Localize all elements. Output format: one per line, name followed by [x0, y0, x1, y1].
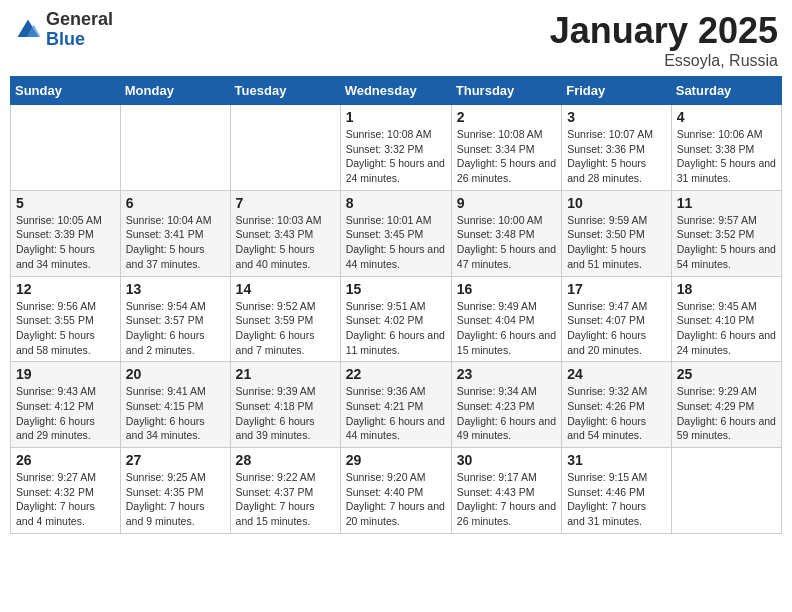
day-info: Sunrise: 9:15 AMSunset: 4:46 PMDaylight:…: [567, 470, 666, 529]
day-number: 2: [457, 109, 556, 125]
calendar-cell: 9Sunrise: 10:00 AMSunset: 3:48 PMDayligh…: [451, 190, 561, 276]
day-info: Sunrise: 10:01 AMSunset: 3:45 PMDaylight…: [346, 213, 446, 272]
day-number: 30: [457, 452, 556, 468]
calendar-cell: 23Sunrise: 9:34 AMSunset: 4:23 PMDayligh…: [451, 362, 561, 448]
calendar-cell: 22Sunrise: 9:36 AMSunset: 4:21 PMDayligh…: [340, 362, 451, 448]
day-info: Sunrise: 9:17 AMSunset: 4:43 PMDaylight:…: [457, 470, 556, 529]
calendar-week-1: 1Sunrise: 10:08 AMSunset: 3:32 PMDayligh…: [11, 105, 782, 191]
calendar-cell: [230, 105, 340, 191]
day-info: Sunrise: 9:22 AMSunset: 4:37 PMDaylight:…: [236, 470, 335, 529]
day-number: 4: [677, 109, 776, 125]
day-number: 19: [16, 366, 115, 382]
day-info: Sunrise: 10:07 AMSunset: 3:36 PMDaylight…: [567, 127, 666, 186]
calendar-table: SundayMondayTuesdayWednesdayThursdayFrid…: [10, 76, 782, 534]
day-number: 13: [126, 281, 225, 297]
title-block: January 2025 Essoyla, Russia: [550, 10, 778, 70]
day-info: Sunrise: 9:49 AMSunset: 4:04 PMDaylight:…: [457, 299, 556, 358]
day-info: Sunrise: 10:00 AMSunset: 3:48 PMDaylight…: [457, 213, 556, 272]
day-number: 29: [346, 452, 446, 468]
day-info: Sunrise: 9:34 AMSunset: 4:23 PMDaylight:…: [457, 384, 556, 443]
calendar-cell: 29Sunrise: 9:20 AMSunset: 4:40 PMDayligh…: [340, 448, 451, 534]
day-info: Sunrise: 9:32 AMSunset: 4:26 PMDaylight:…: [567, 384, 666, 443]
day-info: Sunrise: 9:51 AMSunset: 4:02 PMDaylight:…: [346, 299, 446, 358]
calendar-cell: 2Sunrise: 10:08 AMSunset: 3:34 PMDayligh…: [451, 105, 561, 191]
calendar-cell: 20Sunrise: 9:41 AMSunset: 4:15 PMDayligh…: [120, 362, 230, 448]
day-number: 21: [236, 366, 335, 382]
day-info: Sunrise: 9:47 AMSunset: 4:07 PMDaylight:…: [567, 299, 666, 358]
day-number: 7: [236, 195, 335, 211]
day-number: 3: [567, 109, 666, 125]
day-number: 9: [457, 195, 556, 211]
calendar-cell: 25Sunrise: 9:29 AMSunset: 4:29 PMDayligh…: [671, 362, 781, 448]
calendar-cell: 1Sunrise: 10:08 AMSunset: 3:32 PMDayligh…: [340, 105, 451, 191]
day-info: Sunrise: 9:29 AMSunset: 4:29 PMDaylight:…: [677, 384, 776, 443]
calendar-cell: 16Sunrise: 9:49 AMSunset: 4:04 PMDayligh…: [451, 276, 561, 362]
day-number: 5: [16, 195, 115, 211]
calendar-cell: 30Sunrise: 9:17 AMSunset: 4:43 PMDayligh…: [451, 448, 561, 534]
calendar-cell: 3Sunrise: 10:07 AMSunset: 3:36 PMDayligh…: [562, 105, 672, 191]
day-number: 22: [346, 366, 446, 382]
weekday-header-row: SundayMondayTuesdayWednesdayThursdayFrid…: [11, 77, 782, 105]
day-info: Sunrise: 9:25 AMSunset: 4:35 PMDaylight:…: [126, 470, 225, 529]
calendar-cell: [671, 448, 781, 534]
weekday-header-sunday: Sunday: [11, 77, 121, 105]
calendar-cell: 17Sunrise: 9:47 AMSunset: 4:07 PMDayligh…: [562, 276, 672, 362]
calendar-cell: 8Sunrise: 10:01 AMSunset: 3:45 PMDayligh…: [340, 190, 451, 276]
month-title: January 2025: [550, 10, 778, 52]
day-number: 15: [346, 281, 446, 297]
weekday-header-thursday: Thursday: [451, 77, 561, 105]
day-number: 10: [567, 195, 666, 211]
day-info: Sunrise: 9:36 AMSunset: 4:21 PMDaylight:…: [346, 384, 446, 443]
calendar-cell: 7Sunrise: 10:03 AMSunset: 3:43 PMDayligh…: [230, 190, 340, 276]
day-info: Sunrise: 9:54 AMSunset: 3:57 PMDaylight:…: [126, 299, 225, 358]
day-number: 17: [567, 281, 666, 297]
calendar-cell: 14Sunrise: 9:52 AMSunset: 3:59 PMDayligh…: [230, 276, 340, 362]
day-number: 6: [126, 195, 225, 211]
day-info: Sunrise: 9:56 AMSunset: 3:55 PMDaylight:…: [16, 299, 115, 358]
weekday-header-tuesday: Tuesday: [230, 77, 340, 105]
day-number: 16: [457, 281, 556, 297]
calendar-cell: 26Sunrise: 9:27 AMSunset: 4:32 PMDayligh…: [11, 448, 121, 534]
logo-blue-text: Blue: [46, 30, 113, 50]
day-number: 18: [677, 281, 776, 297]
weekday-header-monday: Monday: [120, 77, 230, 105]
day-info: Sunrise: 9:41 AMSunset: 4:15 PMDaylight:…: [126, 384, 225, 443]
logo: General Blue: [14, 10, 113, 50]
day-info: Sunrise: 9:52 AMSunset: 3:59 PMDaylight:…: [236, 299, 335, 358]
calendar-cell: 10Sunrise: 9:59 AMSunset: 3:50 PMDayligh…: [562, 190, 672, 276]
calendar-week-5: 26Sunrise: 9:27 AMSunset: 4:32 PMDayligh…: [11, 448, 782, 534]
calendar-week-2: 5Sunrise: 10:05 AMSunset: 3:39 PMDayligh…: [11, 190, 782, 276]
logo-text: General Blue: [46, 10, 113, 50]
day-info: Sunrise: 9:39 AMSunset: 4:18 PMDaylight:…: [236, 384, 335, 443]
day-number: 24: [567, 366, 666, 382]
day-number: 25: [677, 366, 776, 382]
calendar-cell: [11, 105, 121, 191]
calendar-week-3: 12Sunrise: 9:56 AMSunset: 3:55 PMDayligh…: [11, 276, 782, 362]
calendar-cell: 5Sunrise: 10:05 AMSunset: 3:39 PMDayligh…: [11, 190, 121, 276]
day-number: 28: [236, 452, 335, 468]
weekday-header-saturday: Saturday: [671, 77, 781, 105]
weekday-header-friday: Friday: [562, 77, 672, 105]
calendar-cell: 28Sunrise: 9:22 AMSunset: 4:37 PMDayligh…: [230, 448, 340, 534]
day-number: 31: [567, 452, 666, 468]
calendar-cell: 24Sunrise: 9:32 AMSunset: 4:26 PMDayligh…: [562, 362, 672, 448]
calendar-week-4: 19Sunrise: 9:43 AMSunset: 4:12 PMDayligh…: [11, 362, 782, 448]
calendar-cell: 27Sunrise: 9:25 AMSunset: 4:35 PMDayligh…: [120, 448, 230, 534]
day-number: 12: [16, 281, 115, 297]
day-info: Sunrise: 9:59 AMSunset: 3:50 PMDaylight:…: [567, 213, 666, 272]
day-info: Sunrise: 10:05 AMSunset: 3:39 PMDaylight…: [16, 213, 115, 272]
calendar-cell: 15Sunrise: 9:51 AMSunset: 4:02 PMDayligh…: [340, 276, 451, 362]
calendar-cell: 13Sunrise: 9:54 AMSunset: 3:57 PMDayligh…: [120, 276, 230, 362]
day-number: 14: [236, 281, 335, 297]
location: Essoyla, Russia: [550, 52, 778, 70]
day-info: Sunrise: 9:43 AMSunset: 4:12 PMDaylight:…: [16, 384, 115, 443]
calendar-cell: 21Sunrise: 9:39 AMSunset: 4:18 PMDayligh…: [230, 362, 340, 448]
calendar-cell: 12Sunrise: 9:56 AMSunset: 3:55 PMDayligh…: [11, 276, 121, 362]
calendar-cell: 11Sunrise: 9:57 AMSunset: 3:52 PMDayligh…: [671, 190, 781, 276]
day-info: Sunrise: 10:08 AMSunset: 3:32 PMDaylight…: [346, 127, 446, 186]
day-number: 23: [457, 366, 556, 382]
weekday-header-wednesday: Wednesday: [340, 77, 451, 105]
day-number: 27: [126, 452, 225, 468]
calendar-cell: 6Sunrise: 10:04 AMSunset: 3:41 PMDayligh…: [120, 190, 230, 276]
calendar-cell: 18Sunrise: 9:45 AMSunset: 4:10 PMDayligh…: [671, 276, 781, 362]
